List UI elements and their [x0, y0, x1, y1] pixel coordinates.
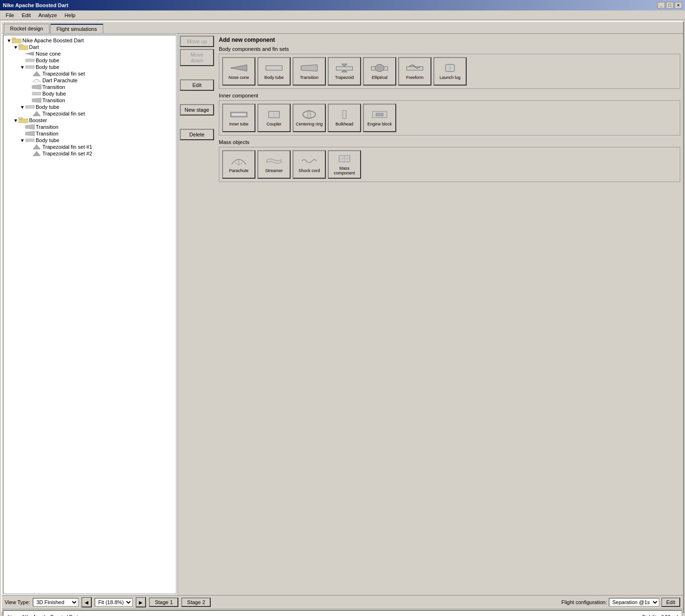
- tree-item[interactable]: Transition: [5, 97, 174, 104]
- expand-icon: ▼: [6, 38, 12, 43]
- tree-item[interactable]: Nose cone: [5, 50, 174, 57]
- side-buttons: Move up Move down Edit New stage Delete: [178, 34, 216, 595]
- svg-rect-35: [269, 111, 280, 117]
- view-type-select[interactable]: 3D Finished 3D Unfinished 2D Side 2D Bac…: [33, 598, 78, 606]
- tree-item[interactable]: ▼ Nike Apache Boosted Dart: [5, 37, 174, 44]
- tree-item[interactable]: Trapezoidal fin set: [5, 110, 174, 117]
- mass-objects-label: Mass objects: [219, 139, 680, 145]
- svg-rect-39: [342, 110, 346, 118]
- inner-component-label: Inner component: [219, 93, 680, 98]
- bulkhead-button[interactable]: Bulkhead: [328, 104, 361, 132]
- tree-item[interactable]: Trapezoidal fin set #1: [5, 144, 174, 150]
- svg-line-42: [235, 163, 239, 165]
- svg-rect-23: [266, 66, 282, 70]
- close-button[interactable]: ×: [675, 2, 682, 9]
- shock-cord-button[interactable]: Shock cord: [293, 150, 326, 179]
- svg-rect-11: [32, 92, 41, 95]
- tab-flight-simulations[interactable]: Flight simulations: [50, 24, 103, 33]
- engine-block-button[interactable]: Engine block: [363, 104, 396, 132]
- move-up-button[interactable]: Move up: [180, 36, 214, 47]
- menu-file[interactable]: File: [2, 11, 18, 19]
- rotate-left-button[interactable]: ◀: [81, 597, 92, 607]
- svg-rect-16: [19, 117, 22, 119]
- rocket-view: 0° Nike Apache Boosted Dart Length 71.13…: [3, 610, 682, 616]
- body-tube-icon: [32, 91, 41, 96]
- transition-icon: [25, 131, 35, 136]
- centering-ring-button[interactable]: Centering ring: [293, 104, 326, 132]
- flight-config-select[interactable]: Separation @1s: [609, 598, 659, 606]
- svg-marker-7: [33, 71, 40, 76]
- launch-lug-shape: [441, 63, 459, 73]
- freeform-button[interactable]: Freeform: [398, 57, 431, 86]
- inner-tube-shape: [230, 109, 248, 120]
- move-down-button[interactable]: Move down: [180, 49, 214, 66]
- transition-shape: [300, 63, 318, 73]
- svg-line-43: [239, 163, 243, 165]
- trapezoid-button[interactable]: Trapezoid: [328, 57, 361, 86]
- svg-rect-5: [26, 59, 34, 62]
- tab-bar: Rocket design Flight simulations: [2, 22, 683, 33]
- tree-item[interactable]: ▼ Body tube: [5, 64, 174, 70]
- inner-tube-button[interactable]: Inner tube: [222, 104, 255, 132]
- tree-item[interactable]: Trapezoidal fin set #2: [5, 150, 174, 157]
- folder-icon: [12, 38, 21, 43]
- tree-item[interactable]: Body tube: [5, 57, 174, 64]
- rotate-right-button[interactable]: ▶: [136, 597, 146, 607]
- tree-item[interactable]: ▼ Body tube: [5, 104, 174, 110]
- svg-marker-26: [342, 64, 347, 67]
- svg-marker-20: [33, 144, 40, 149]
- tree-item[interactable]: Dart Parachute: [5, 77, 174, 84]
- menu-help[interactable]: Help: [61, 11, 79, 19]
- fit-select[interactable]: Fit (18.8%): [95, 598, 133, 606]
- expand-icon: ▼: [13, 45, 19, 50]
- tree-item[interactable]: Transition: [5, 124, 174, 130]
- mass-component-button[interactable]: Mass component: [328, 150, 361, 179]
- component-tree[interactable]: ▼ Nike Apache Boosted Dart ▼ Dart Nose c…: [3, 35, 176, 594]
- delete-button[interactable]: Delete: [180, 129, 214, 140]
- engine-block-shape: [371, 109, 389, 120]
- svg-marker-27: [342, 70, 347, 72]
- tab-rocket-design[interactable]: Rocket design: [4, 24, 49, 33]
- streamer-button[interactable]: Streamer: [257, 150, 291, 179]
- minimize-button[interactable]: _: [657, 2, 665, 9]
- flight-config-edit-button[interactable]: Edit: [661, 597, 680, 607]
- launch-lug-button[interactable]: Launch lug: [433, 57, 467, 86]
- tree-item[interactable]: Trapezoidal fin set: [5, 70, 174, 77]
- svg-marker-18: [25, 131, 35, 136]
- svg-rect-3: [19, 44, 22, 46]
- svg-rect-34: [232, 113, 246, 116]
- tree-item[interactable]: ▼ Booster: [5, 117, 174, 124]
- stage1-button[interactable]: Stage 1: [149, 597, 178, 607]
- tree-item[interactable]: ▼ Body tube: [5, 137, 174, 144]
- transition-icon: [32, 97, 41, 103]
- coupler-button[interactable]: Coupler: [257, 104, 291, 132]
- tree-item[interactable]: Body tube: [5, 90, 174, 97]
- svg-marker-4: [25, 52, 34, 56]
- elliptical-shape: [371, 63, 389, 73]
- maximize-button[interactable]: □: [666, 2, 674, 9]
- new-stage-button[interactable]: New stage: [180, 104, 214, 116]
- tree-item[interactable]: Transition: [5, 84, 174, 90]
- transition-button[interactable]: Transition: [293, 57, 326, 86]
- tree-item[interactable]: ▼ Dart: [5, 44, 174, 50]
- edit-button[interactable]: Edit: [180, 79, 214, 91]
- bottom-view-area: View Type: 3D Finished 3D Unfinished 2D …: [2, 595, 683, 616]
- parachute-button[interactable]: Parachute: [222, 150, 255, 179]
- body-tube-icon: [25, 104, 35, 110]
- view-type-label: View Type:: [5, 599, 30, 605]
- body-tube-button[interactable]: Body tube: [257, 57, 291, 86]
- title-bar-buttons: _ □ ×: [657, 2, 682, 9]
- menu-edit[interactable]: Edit: [18, 11, 35, 19]
- nose-cone-button[interactable]: Nose cone: [222, 57, 255, 86]
- svg-line-8: [35, 81, 37, 83]
- body-tube-icon: [25, 58, 35, 63]
- stage2-button[interactable]: Stage 2: [181, 597, 211, 607]
- menu-analyze[interactable]: Analyze: [35, 11, 61, 19]
- elliptical-button[interactable]: Elliptical: [363, 57, 396, 86]
- centering-ring-shape: [300, 109, 318, 120]
- freeform-shape: [406, 63, 424, 73]
- main-window: Rocket design Flight simulations ▼ Nike …: [1, 21, 684, 613]
- bulkhead-shape: [335, 109, 353, 120]
- inner-components-grid: Inner tube Coupler Centering r: [219, 100, 680, 135]
- tree-item[interactable]: Transition: [5, 130, 174, 137]
